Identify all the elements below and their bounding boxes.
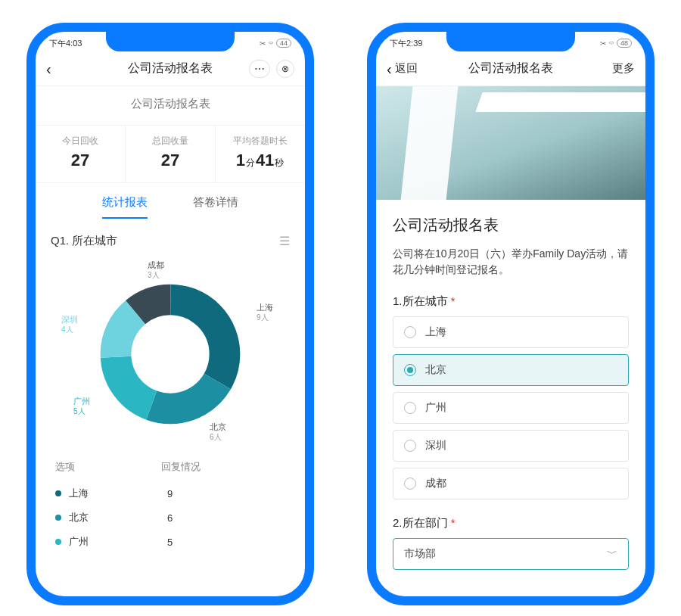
legend-dot-icon [55, 515, 61, 521]
q1-label-text: 1.所在城市 [393, 294, 448, 307]
radio-icon [404, 478, 416, 490]
metric-label: 总回收量 [129, 135, 212, 148]
status-right: ✂ ⌔ 48 [600, 39, 632, 48]
page-title: 公司活动报名表 [99, 61, 241, 76]
nav-bar: ‹ 公司活动报名表 ⋯ ⊗ [36, 51, 305, 86]
radio-label: 广州 [425, 401, 446, 415]
label-name: 成都 [148, 260, 164, 269]
wifi-icon: ⌔ [609, 39, 614, 48]
hero-image [376, 86, 645, 200]
metric-value: 1分41秒 [219, 151, 302, 170]
status-time: 下午2:39 [390, 38, 422, 49]
phone-frame-stats: 下午4:03 ✂ ⌔ 44 ‹ 公司活动报名表 ⋯ ⊗ 公司活动报名表 今日回收… [26, 23, 314, 605]
donut-chart: 成都3人 上海9人 北京6人 广州5人 深圳4人 [51, 256, 290, 453]
hamburger-icon[interactable]: ☰ [279, 234, 290, 248]
th-reply: 回复情况 [161, 460, 285, 474]
radio-label: 成都 [425, 477, 446, 490]
metric-seconds: 41 [256, 151, 274, 170]
metric-label: 今日回收 [39, 135, 122, 148]
chevron-down-icon: ﹀ [607, 547, 617, 561]
cut-icon: ✂ [260, 39, 266, 48]
label-count: 5人 [73, 407, 86, 415]
phone-frame-form: 下午2:39 ✂ ⌔ 48 ‹ 返回 公司活动报名表 更多 公司活动报名表 公司… [367, 23, 655, 605]
required-mark-icon: * [451, 516, 456, 529]
radio-icon [404, 440, 416, 452]
question-section: Q1. 所在城市 ☰ 成都3人 上海9人 北京6人 广州5人 [36, 219, 305, 453]
label-count: 9人 [257, 313, 269, 322]
q1-label: 1.所在城市 * [393, 294, 629, 309]
battery-pill: 48 [617, 39, 632, 48]
chart-label-guangzhou: 广州5人 [73, 397, 90, 416]
radio-option-chengdu[interactable]: 成都 [393, 468, 629, 499]
label-name: 深圳 [61, 315, 78, 324]
select-value: 市场部 [404, 547, 436, 561]
question-title: Q1. 所在城市 [51, 234, 117, 248]
q2-label: 2.所在部门 * [393, 516, 629, 530]
row-value: 9 [167, 488, 173, 499]
tab-stats[interactable]: 统计报表 [102, 195, 148, 219]
unit: 秒 [275, 157, 284, 168]
tab-bar: 统计报表 答卷详情 [36, 183, 305, 219]
metric-label: 平均答题时长 [219, 135, 302, 148]
label-name: 广州 [73, 397, 90, 406]
radio-icon [404, 402, 416, 414]
survey-subtitle: 公司活动报名表 [36, 86, 305, 125]
radio-label: 深圳 [425, 439, 446, 453]
th-option: 选项 [55, 460, 161, 474]
tab-detail[interactable]: 答卷详情 [193, 195, 238, 219]
nav-bar: ‹ 返回 公司活动报名表 更多 [376, 51, 645, 86]
row-value: 5 [167, 537, 173, 548]
chart-label-beijing: 北京6人 [210, 422, 226, 442]
label-name: 北京 [210, 422, 226, 431]
status-right: ✂ ⌔ 44 [260, 39, 291, 48]
unit: 分 [246, 157, 255, 168]
table-row: 广州 5 [55, 530, 285, 554]
back-icon[interactable]: ‹ [387, 61, 392, 76]
radio-option-guangzhou[interactable]: 广州 [393, 392, 629, 424]
radio-option-beijing[interactable]: 北京 [393, 354, 629, 386]
q2-select[interactable]: 市场部 ﹀ [393, 538, 629, 570]
label-count: 3人 [148, 271, 160, 279]
table-row: 北京 6 [55, 506, 285, 530]
metric-total: 总回收量 27 [125, 126, 215, 182]
label-count: 4人 [61, 325, 73, 334]
table-row: 上海 9 [55, 481, 285, 506]
form-description: 公司将在10月20日（六）举办Family Day活动，请花几分钟时间登记报名。 [393, 246, 629, 278]
battery-pill: 44 [276, 39, 291, 48]
label-name: 上海 [257, 303, 273, 312]
radio-icon [404, 326, 416, 338]
metrics-row: 今日回收 27 总回收量 27 平均答题时长 1分41秒 [36, 125, 305, 183]
page-title: 公司活动报名表 [440, 61, 582, 76]
row-name: 北京 [69, 511, 167, 524]
form-title: 公司活动报名表 [393, 215, 629, 235]
row-name: 上海 [69, 487, 167, 500]
metric-value: 27 [39, 151, 122, 170]
cut-icon: ✂ [600, 39, 606, 48]
close-button[interactable]: ⊗ [276, 60, 294, 78]
radio-option-shanghai[interactable]: 上海 [393, 316, 629, 348]
label-count: 6人 [210, 433, 222, 441]
chart-label-chengdu: 成都3人 [148, 260, 164, 280]
required-mark-icon: * [451, 294, 456, 307]
metric-minutes: 1 [236, 151, 245, 170]
radio-label: 北京 [425, 363, 446, 377]
legend-dot-icon [55, 539, 61, 545]
more-button[interactable]: 更多 [612, 61, 635, 76]
radio-icon [404, 364, 416, 376]
row-value: 6 [167, 512, 173, 524]
radio-option-shenzhen[interactable]: 深圳 [393, 430, 629, 462]
q1-radio-group: 上海 北京 广州 深圳 成都 [393, 316, 629, 499]
chart-label-shanghai: 上海9人 [257, 303, 273, 322]
back-button[interactable]: 返回 [395, 61, 418, 76]
status-time: 下午4:03 [49, 38, 82, 49]
radio-label: 上海 [425, 325, 446, 339]
phone-notch [446, 30, 575, 51]
row-name: 广州 [69, 535, 167, 549]
more-menu-button[interactable]: ⋯ [249, 60, 270, 78]
metric-value: 27 [129, 151, 212, 170]
q2-label-text: 2.所在部门 [393, 516, 448, 529]
legend-table: 选项 回复情况 上海 9 北京 6 广州 5 [36, 453, 305, 554]
back-icon[interactable]: ‹ [46, 61, 51, 76]
metric-duration: 平均答题时长 1分41秒 [215, 126, 305, 182]
phone-notch [106, 30, 235, 51]
